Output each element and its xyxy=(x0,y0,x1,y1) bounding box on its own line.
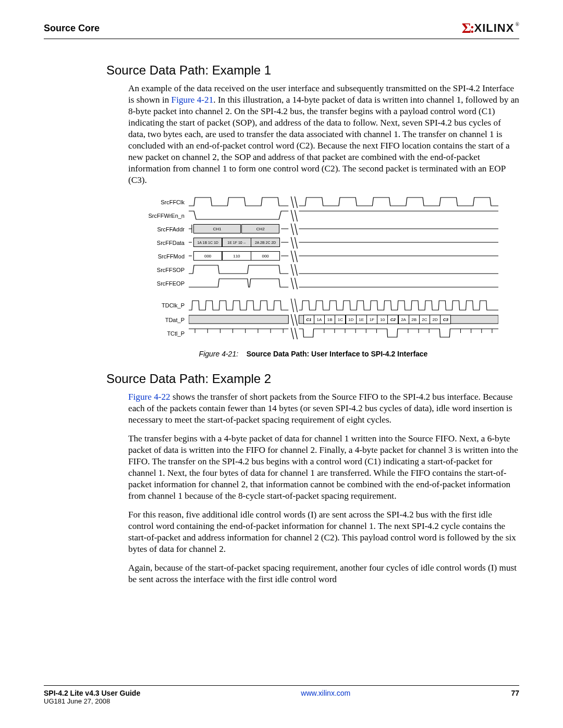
para-ex2-1: Figure 4-22 shows the transfer of short … xyxy=(128,391,519,426)
figure-4-21: SrcFFClk SrcFFWrEn_n SrcFFAddr xyxy=(128,195,498,358)
page: Source Core Σ: XILINX ® Source Data Path… xyxy=(0,0,563,728)
row-tctl: TCtl_P xyxy=(128,327,498,340)
para-ex2-1-text: shows the transfer of short packets from… xyxy=(128,392,512,425)
wave-srcffmod: 000 110 000 xyxy=(189,250,498,263)
tdat-1d: 1D xyxy=(346,315,357,324)
row-srcffclk: SrcFFClk xyxy=(128,195,498,209)
logo-sigma-icon: Σ: xyxy=(462,20,473,36)
tdat-1c: 1C xyxy=(335,315,346,324)
heading-example-1: Source Data Path: Example 1 xyxy=(106,63,519,78)
row-srcffaddr: SrcFFAddr CH1 CH2 xyxy=(128,223,498,236)
tdat-c3: C3 xyxy=(440,315,451,324)
row-srcffwren: SrcFFWrEn_n xyxy=(128,209,498,223)
tdat-10: 10 xyxy=(377,315,388,324)
data-d2: 1E 1F 10 -- xyxy=(222,238,251,247)
page-header: Source Core Σ: XILINX ® xyxy=(44,20,519,39)
addr-ch1: CH1 xyxy=(193,224,241,233)
footer-doc-id: UG181 June 27, 2008 xyxy=(44,697,140,705)
tdat-1b: 1B xyxy=(324,315,335,324)
tdat-1e: 1E xyxy=(356,315,367,324)
label-tctl: TCtl_P xyxy=(128,330,189,337)
footer-page-number: 77 xyxy=(511,689,519,697)
wave-srcffaddr: CH1 CH2 xyxy=(189,223,498,236)
logo-registered: ® xyxy=(515,21,519,27)
logo-text: XILINX xyxy=(474,21,514,35)
label-srcffsop: SrcFFSOP xyxy=(128,267,189,273)
row-srcffmod: SrcFFMod 000 110 000 xyxy=(128,250,498,263)
footer-doc-title: SPI-4.2 Lite v4.3 User Guide xyxy=(44,689,140,697)
figure-title: Source Data Path: User Interface to SPI-… xyxy=(247,350,428,358)
label-tdat: TDat_P xyxy=(128,317,189,323)
xilinx-logo: Σ: XILINX ® xyxy=(462,20,519,36)
figure-number: Figure 4-21: xyxy=(199,350,238,358)
label-tdclk: TDClk_P xyxy=(128,302,189,309)
para-ex2-4: Again, because of the start-of-packet sp… xyxy=(128,562,519,585)
wave-srcffsop xyxy=(189,263,498,277)
label-srcffeop: SrcFFEOP xyxy=(128,280,189,287)
tdat-2b: 2B xyxy=(409,315,420,324)
heading-example-2: Source Data Path: Example 2 xyxy=(106,372,519,386)
label-srcffdata: SrcFFData xyxy=(128,240,189,246)
wave-srcffclk xyxy=(189,195,498,209)
wave-tdat: C1 1A 1B 1C 1D 1E 1F 10 C2 2A 2B 2C 2D C… xyxy=(189,313,498,327)
wave-tctl xyxy=(189,327,498,340)
para-example-1: An example of the data received on the u… xyxy=(128,83,519,186)
row-srcffsop: SrcFFSOP xyxy=(128,263,498,277)
tdat-2a: 2A xyxy=(398,315,409,324)
section-title: Source Core xyxy=(44,23,100,34)
figure-link-4-22[interactable]: Figure 4-22 xyxy=(128,392,170,402)
label-srcffwren: SrcFFWrEn_n xyxy=(128,213,189,219)
mod-m2: 110 xyxy=(222,251,251,261)
label-srcffmod: SrcFFMod xyxy=(128,253,189,260)
mod-m3: 000 xyxy=(251,251,279,261)
wave-srcffeop xyxy=(189,277,498,290)
tdat-1a: 1A xyxy=(314,315,325,324)
row-srcffeop: SrcFFEOP xyxy=(128,277,498,290)
addr-ch2: CH2 xyxy=(241,224,279,233)
tdat-1f: 1F xyxy=(366,315,377,324)
row-tdclk: TDClk_P xyxy=(128,298,498,313)
data-d1: 1A 1B 1C 1D xyxy=(193,238,222,247)
wave-srcffwren xyxy=(189,209,498,223)
para-ex2-2: The transfer begins with a 4-byte packet… xyxy=(128,433,519,502)
mod-m1: 000 xyxy=(193,251,222,261)
footer-url[interactable]: www.xilinx.com xyxy=(301,689,350,697)
page-footer: SPI-4.2 Lite v4.3 User Guide UG181 June … xyxy=(44,685,519,705)
footer-left: SPI-4.2 Lite v4.3 User Guide UG181 June … xyxy=(44,689,140,705)
tdat-2c: 2C xyxy=(419,315,430,324)
label-srcffaddr: SrcFFAddr xyxy=(128,226,189,232)
row-srcffdata: SrcFFData 1A 1B 1C 1D 1E 1F 10 -- 2A 2B … xyxy=(128,236,498,250)
data-d3: 2A 2B 2C 2D xyxy=(251,238,279,247)
row-tdat: TDat_P C1 1A 1B 1C 1D 1E 1F 10 C2 2A 2B … xyxy=(128,313,498,327)
para-ex2-3: For this reason, five additional idle co… xyxy=(128,509,519,555)
svg-rect-0 xyxy=(189,315,288,324)
figure-link-4-21[interactable]: Figure 4-21 xyxy=(172,95,214,105)
tdat-c2: C2 xyxy=(387,315,398,324)
para-1b: . In this illustration, a 14-byte packet… xyxy=(128,95,519,185)
wave-tdclk xyxy=(189,298,498,313)
figure-caption: Figure 4-21: Source Data Path: User Inte… xyxy=(128,350,498,358)
tdat-2d: 2D xyxy=(430,315,440,324)
label-srcffclk: SrcFFClk xyxy=(128,199,189,205)
tdat-c1: C1 xyxy=(303,315,314,324)
wave-srcffdata: 1A 1B 1C 1D 1E 1F 10 -- 2A 2B 2C 2D xyxy=(189,236,498,250)
